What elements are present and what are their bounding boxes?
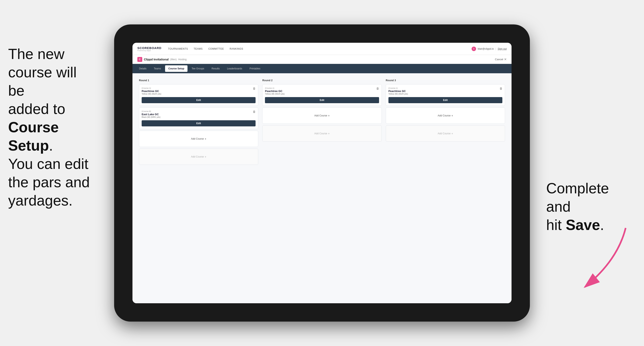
round2-add-plus-2: + xyxy=(328,132,330,135)
round2-course-a-detail: Yellow (M) (6629 yds) xyxy=(265,93,379,95)
round3-add-course-2-label: Add Course + xyxy=(438,132,453,135)
right-line1: Complete and xyxy=(546,180,609,215)
right-line2-strong: Save xyxy=(566,217,600,233)
course-a-delete-icon[interactable] xyxy=(252,86,256,90)
tab-tee-groups[interactable]: Tee Groups xyxy=(188,65,208,72)
cancel-x-icon: ✕ xyxy=(504,57,507,61)
left-annotation: The new course will be added to Course S… xyxy=(8,45,94,210)
round-2-column: Round 2 (Course A) Peachtree GC Yellow (… xyxy=(262,79,382,167)
tournament-name: Clippd Invitational xyxy=(144,58,168,61)
tournament-icon: C xyxy=(137,57,142,62)
round1-course-a-card: (Course A) Peachtree GC Yellow (M) (6629… xyxy=(139,84,258,106)
tablet-screen: SCOREBOARD Powered by clippd TOURNAMENTS… xyxy=(132,43,512,303)
round3-add-plus-1: + xyxy=(452,114,453,117)
round2-course-a-delete-icon[interactable] xyxy=(376,86,380,90)
round-1-column: Round 1 (Course A) Peachtree GC Yellow (… xyxy=(139,79,258,167)
scoreboard-logo: SCOREBOARD xyxy=(137,46,162,50)
tab-course-setup[interactable]: Course Setup xyxy=(165,65,188,72)
round3-add-course-2: Add Course + xyxy=(386,125,505,142)
round1-course-b-edit-button[interactable]: Edit xyxy=(142,120,256,126)
right-annotation: Complete and hit Save. xyxy=(546,179,632,234)
round-1-label: Round 1 xyxy=(139,79,258,82)
tournament-gender: (Men) xyxy=(170,58,176,61)
nav-teams[interactable]: TEAMS xyxy=(194,47,202,50)
annotation-line1: The new xyxy=(8,46,64,62)
nav-right: b blair@clippd.io | Sign out xyxy=(472,47,507,51)
nav-tournaments[interactable]: TOURNAMENTS xyxy=(168,47,188,50)
tablet-device: SCOREBOARD Powered by clippd TOURNAMENTS… xyxy=(114,24,530,322)
round1-add-course-1[interactable]: Add Course + xyxy=(139,131,258,147)
round3-add-plus-2: + xyxy=(452,132,453,135)
round3-course-a-name: Peachtree GC xyxy=(388,90,502,93)
annotation-line2: course will be xyxy=(8,64,77,99)
nav-committee[interactable]: COMMITTEE xyxy=(208,47,224,50)
main-content: Round 1 (Course A) Peachtree GC Yellow (… xyxy=(132,73,512,303)
round3-add-course-1[interactable]: Add Course + xyxy=(386,107,505,124)
tournament-bar: C Clippd Invitational (Men) Hosting Canc… xyxy=(132,55,512,64)
round1-add-course-1-label: Add Course + xyxy=(191,137,206,141)
round3-course-a-detail: Yellow (M) (6629 yds) xyxy=(388,93,502,95)
round1-course-a-edit-button[interactable]: Edit xyxy=(142,97,256,103)
round-3-label: Round 3 xyxy=(386,79,505,82)
round2-add-course-1[interactable]: Add Course + xyxy=(262,107,382,124)
logo-area: SCOREBOARD Powered by clippd xyxy=(137,46,162,51)
round-2-label: Round 2 xyxy=(262,79,382,82)
round2-course-a-tag: (Course A) xyxy=(265,87,379,89)
rounds-container: Round 1 (Course A) Peachtree GC Yellow (… xyxy=(139,79,505,167)
top-nav: SCOREBOARD Powered by clippd TOURNAMENTS… xyxy=(132,43,512,55)
right-line2-pre: hit xyxy=(546,217,566,233)
round2-course-a-name: Peachtree GC xyxy=(265,90,379,93)
round2-add-course-2: Add Course + xyxy=(262,125,382,142)
user-email: blair@clippd.io xyxy=(478,47,494,50)
annotation-line6: the pars and xyxy=(8,174,90,190)
round2-add-plus-1: + xyxy=(328,114,330,117)
round1-course-a-name: Peachtree GC xyxy=(142,90,256,93)
round3-add-course-1-label: Add Course + xyxy=(438,114,453,117)
round2-course-a-card: (Course A) Peachtree GC Yellow (M) (6629… xyxy=(262,84,382,106)
course-b-delete-icon[interactable] xyxy=(252,110,256,113)
tournament-info: C Clippd Invitational (Men) Hosting xyxy=(137,57,186,62)
tab-teams[interactable]: Teams xyxy=(150,65,164,72)
round1-course-b-tag: (Course B) xyxy=(142,110,256,112)
round1-add-plus-1: + xyxy=(204,137,206,141)
tournament-status: Hosting xyxy=(178,58,187,61)
round2-add-course-2-label: Add Course + xyxy=(314,132,330,135)
nav-links: TOURNAMENTS TEAMS COMMITTEE RANKINGS xyxy=(168,47,472,50)
sign-out-link[interactable]: Sign out xyxy=(498,47,507,50)
round1-add-course-2: Add Course + xyxy=(139,149,258,165)
round1-add-course-2-label: Add Course + xyxy=(191,155,206,158)
annotation-line3: added to xyxy=(8,101,65,117)
round-3-column: Round 3 (Course A) Peachtree GC Yellow (… xyxy=(386,79,505,167)
round1-course-b-detail: Black (M) (6891 yds) xyxy=(142,116,256,118)
round3-course-a-card: (Course A) Peachtree GC Yellow (M) (6629… xyxy=(386,84,505,106)
annotation-line7: yardages. xyxy=(8,192,72,209)
round1-course-b-card: (Course B) East Lake GC Black (M) (6891 … xyxy=(139,107,258,129)
tab-leaderboards[interactable]: Leaderboards xyxy=(224,65,245,72)
round3-course-a-delete-icon[interactable] xyxy=(499,86,503,90)
tab-details[interactable]: Details xyxy=(136,65,150,72)
round1-add-plus-2: + xyxy=(204,155,206,158)
round2-add-course-1-label: Add Course + xyxy=(314,114,330,117)
powered-by: Powered by clippd xyxy=(137,50,162,51)
round1-course-a-detail: Yellow (M) (6629 yds) xyxy=(142,93,256,95)
tab-results[interactable]: Results xyxy=(208,65,223,72)
cancel-button[interactable]: Cancel ✕ xyxy=(495,57,507,61)
right-arrow xyxy=(564,224,634,293)
round2-course-a-edit-button[interactable]: Edit xyxy=(265,97,379,103)
tab-printables[interactable]: Printables xyxy=(246,65,264,72)
nav-rankings[interactable]: RANKINGS xyxy=(230,47,243,50)
sub-tabs: Details Teams Course Setup Tee Groups Re… xyxy=(132,64,512,73)
round3-course-a-tag: (Course A) xyxy=(388,87,502,89)
round3-course-a-edit-button[interactable]: Edit xyxy=(388,97,502,103)
annotation-line5: You can edit xyxy=(8,156,88,172)
round1-course-a-tag: (Course A) xyxy=(142,87,256,89)
round1-course-b-name: East Lake GC xyxy=(142,113,256,116)
user-avatar: b xyxy=(472,47,476,51)
